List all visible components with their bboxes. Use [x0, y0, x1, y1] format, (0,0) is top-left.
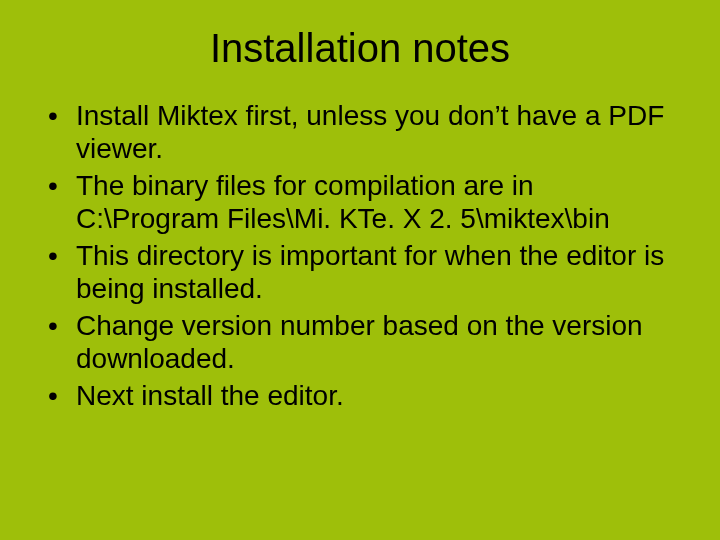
list-item: Install Miktex first, unless you don’t h…: [48, 99, 682, 165]
list-item: The binary files for compilation are in …: [48, 169, 682, 235]
list-item: Change version number based on the versi…: [48, 309, 682, 375]
list-item: This directory is important for when the…: [48, 239, 682, 305]
slide: Installation notes Install Miktex first,…: [0, 0, 720, 540]
slide-title: Installation notes: [30, 26, 690, 71]
bullet-list: Install Miktex first, unless you don’t h…: [30, 99, 690, 412]
list-item: Next install the editor.: [48, 379, 682, 412]
